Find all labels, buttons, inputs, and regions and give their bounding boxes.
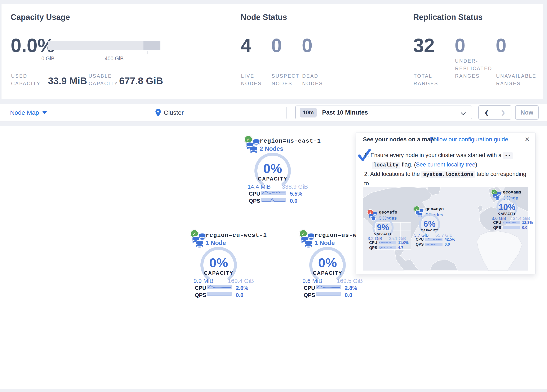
used-capacity: 3.7 GiB [414,233,429,238]
time-prev-button[interactable]: ❮ [479,106,495,119]
code-chip: system.locations [421,171,475,178]
qps-label: QPS [416,242,424,247]
qps-label: QPS [195,292,206,298]
cpu-label: CPU [493,220,501,225]
cpu-sparkline [425,237,443,241]
capacity-percent: 10% [494,203,520,211]
cpu-sparkline [316,284,341,290]
close-icon[interactable]: ✕ [525,136,530,143]
cpu-label: CPU [369,241,377,245]
region-group-eu-west-1: ✓ region=eu-west-1 1 Node 0% CAPACITY 9.… [189,230,260,301]
time-nav-buttons: ❮ ❯ [478,105,511,120]
total-ranges-value: 32 [413,36,435,55]
capacity-tick-label-0: 0 GiB [41,55,55,62]
capacity-label: CAPACITY [307,270,349,276]
step-text: Ensure every node in your cluster was st… [370,152,503,158]
qps-value: 0.0 [345,292,352,298]
total-capacity: 65.7 GiB [435,233,452,238]
region-nodes-link[interactable]: 1 Node [315,240,335,247]
replication-status-title: Replication Status [413,13,483,22]
configuration-guide-link[interactable]: Follow our configuration guide [430,136,508,143]
cpu-value: 12.3% [522,220,533,225]
cpu-label: CPU [304,285,315,291]
capacity-label: CAPACITY [494,212,520,215]
step-text: ) [475,161,477,168]
view-mode-label: Node Map [10,109,39,116]
unavailable-ranges-label: UNAVAILABLE RANGES [496,72,536,87]
total-ranges-label: TOTAL RANGES [414,72,438,87]
cpu-value: 2.8% [345,285,357,291]
view-toolbar: Node Map Cluster 10m Past 10 Minutes ❮ ❯… [0,104,547,122]
cpu-value: 5.5% [290,191,302,197]
used-capacity: 14.4 MiB [247,183,271,190]
view-mode-dropdown[interactable]: Node Map [10,104,47,121]
capacity-percent: 0% [198,256,239,269]
code-chip: locality [372,162,400,169]
qps-value: 0.0 [290,198,297,204]
capacity-percent: 9% [370,223,396,231]
qps-sparkline [379,246,396,249]
locality-tree-link[interactable]: See current locality tree [416,161,475,168]
dead-nodes-value: 0 [302,36,313,55]
database-stack-icon [192,233,206,248]
capacity-label: CAPACITY [198,270,239,276]
qps-sparkline [503,226,520,229]
database-stack-icon [301,233,315,248]
suspect-nodes-value: 0 [271,36,282,55]
qps-label: QPS [369,246,377,250]
capacity-bar [48,41,160,50]
qps-label: QPS [249,198,260,204]
step-text: Add locations to the [370,171,422,177]
cpu-sparkline [379,241,396,244]
capacity-percent: 6% [417,220,442,228]
region-name: region=eu-west-1 [206,232,267,239]
cpu-label: CPU [249,191,260,197]
capacity-label: CAPACITY [417,228,442,232]
capacity-usage-title: Capacity Usage [11,13,70,22]
step-number: 2. [364,171,369,177]
cpu-value: 2.6% [236,285,248,291]
breadcrumb[interactable]: Cluster [155,104,184,121]
used-capacity-label: USED CAPACITY [11,72,41,87]
used-capacity: 3.2 GiB [368,236,382,241]
qps-value: 0.0 [522,226,527,230]
node-status-title: Node Status [241,13,287,22]
mini-region-sfo: 1 geo=sfo 2 Nodes 9% CAPACITY 3.2 GiB 35… [367,209,411,251]
capacity-percent: 0% [307,256,349,269]
usable-capacity-value: 677.8 GiB [119,75,163,87]
unavailable-ranges-value: 0 [496,36,506,55]
suspect-nodes-label: SUSPECT NODES [272,72,300,87]
region-nodes-link[interactable]: 1 Node [206,240,226,247]
qps-value: 0.0 [444,242,450,247]
cluster-stats-card: Capacity Usage 0.0% 0 GiB 400 GiB USED C… [1,4,543,99]
time-range-dropdown[interactable]: 10m Past 10 Minutes [295,106,472,119]
capacity-tick [114,51,114,54]
mini-region-nyc: ✓ geo=nyc 2 Nodes 6% CAPACITY 3.7 GiB 65… [414,206,458,248]
capacity-bar-reserved [144,41,160,50]
database-stack-icon [246,139,260,154]
total-capacity: 338.9 GiB [282,183,308,190]
capacity-label: CAPACITY [252,176,294,182]
cpu-value: 11.0% [398,241,409,245]
total-capacity: 34.4 GiB [513,216,530,221]
now-button[interactable]: Now [515,105,539,120]
map-pin-icon [155,109,161,117]
cpu-sparkline [261,190,286,196]
chevron-down-icon [461,110,466,115]
region-nodes-link[interactable]: 2 Nodes [260,145,283,152]
qps-sparkline [261,197,286,203]
popup-header: See your nodes on a map! Follow our conf… [356,133,535,146]
qps-value: 4.7 [398,246,403,250]
caret-down-icon [42,111,47,114]
cpu-sparkline [207,284,232,290]
cpu-value: 42.5% [444,237,455,242]
qps-label: QPS [304,292,315,298]
time-next-button[interactable]: ❯ [495,106,511,119]
time-range-label: Past 10 Minutes [322,109,368,116]
under-replicated-value: 0 [455,36,465,55]
mini-region-ams: ✓ geo=ams 1 Node 10% CAPACITY 3.6 GiB 34… [491,189,535,231]
qps-label: QPS [493,226,501,230]
live-nodes-value: 4 [241,36,251,55]
toolbar-divider [287,107,287,118]
qps-sparkline [425,242,443,246]
